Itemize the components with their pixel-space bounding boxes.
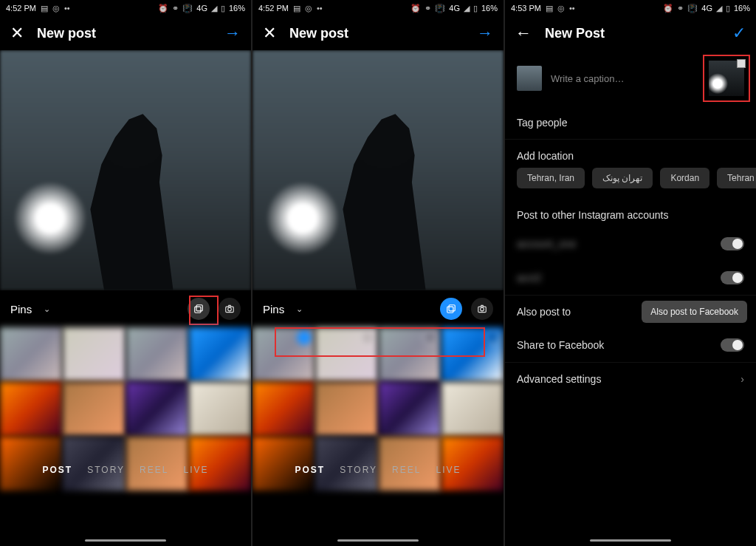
gallery-tile[interactable] <box>379 327 441 381</box>
gallery-tile[interactable] <box>441 382 504 436</box>
link-icon: ⚭ <box>677 4 684 13</box>
tab-story[interactable]: STORY <box>340 465 377 475</box>
multi-select-button[interactable] <box>440 298 462 320</box>
add-location-row[interactable]: Add location <box>505 140 756 168</box>
camera-button[interactable] <box>471 298 493 320</box>
tab-live[interactable]: LIVE <box>436 465 461 475</box>
account-toggle[interactable] <box>721 271 744 284</box>
share-to-facebook-row[interactable]: Share to Facebook <box>505 328 756 362</box>
selection-indicator <box>360 330 375 345</box>
signal-icon: ◢ <box>211 4 217 13</box>
location-chip[interactable]: تهران پونک <box>592 168 653 188</box>
chevron-down-icon[interactable]: ⌄ <box>296 304 303 314</box>
tab-post[interactable]: POST <box>43 465 73 475</box>
home-indicator[interactable] <box>337 539 419 542</box>
vibrate-icon: 📳 <box>435 4 445 13</box>
gallery-tile[interactable] <box>441 327 504 381</box>
selection-indicator <box>486 330 501 345</box>
chevron-down-icon[interactable]: ⌄ <box>44 304 50 314</box>
camera-button[interactable] <box>219 298 241 320</box>
network-type: 4G <box>449 4 460 13</box>
next-arrow-icon[interactable]: → <box>477 24 493 43</box>
post-preview-thumb[interactable] <box>709 61 744 96</box>
multi-photo-icon <box>737 59 746 68</box>
link-icon: ⚭ <box>172 4 179 13</box>
selected-photo-preview[interactable] <box>0 50 251 290</box>
gallery-tile[interactable] <box>63 437 125 491</box>
tab-reel[interactable]: REEL <box>140 465 168 475</box>
post-other-accounts-title: Post to other Instagram accounts <box>505 197 756 227</box>
multi-select-button[interactable] <box>188 298 210 320</box>
gallery-grid: POST STORY REEL LIVE <box>252 327 504 490</box>
gallery-tile[interactable] <box>63 327 125 381</box>
signal-icon: ◢ <box>716 4 722 13</box>
tab-live[interactable]: LIVE <box>183 465 208 475</box>
gallery-tile[interactable] <box>379 437 441 491</box>
camera-icon <box>224 304 235 314</box>
home-indicator[interactable] <box>590 539 671 542</box>
gallery-tile[interactable] <box>0 437 62 491</box>
also-post-to-label: Also post to <box>517 306 571 318</box>
location-chip[interactable]: Tehran Province <box>717 168 756 188</box>
gallery-tile[interactable] <box>126 327 188 381</box>
location-chip[interactable]: Kordan <box>660 168 709 188</box>
svg-rect-0 <box>196 305 202 311</box>
gallery-tile[interactable] <box>126 382 188 436</box>
account-name: account_one <box>517 238 576 250</box>
location-chip[interactable]: Tehran, Iran <box>517 168 585 188</box>
close-icon[interactable]: ✕ <box>263 24 276 43</box>
gallery-tile[interactable] <box>315 327 377 381</box>
tab-story[interactable]: STORY <box>87 465 125 475</box>
instagram-icon: ◎ <box>305 4 312 13</box>
screen-2-multi-select-active: 4:52 PM ▤ ◎ •• ⏰ ⚭ 📳 4G ◢ ▯ 16% ✕ New po… <box>252 0 504 546</box>
stack-icon <box>446 304 456 314</box>
stack-icon <box>193 304 204 314</box>
status-time: 4:53 PM <box>511 4 541 13</box>
svg-point-7 <box>481 307 484 311</box>
gallery-tile[interactable] <box>0 327 62 381</box>
caption-input[interactable]: Write a caption… <box>551 73 700 84</box>
gallery-tile[interactable] <box>379 382 441 436</box>
gallery-tile[interactable] <box>252 382 315 436</box>
tab-post[interactable]: POST <box>295 465 326 475</box>
account-toggle[interactable] <box>721 237 744 250</box>
gallery-tile[interactable] <box>189 437 251 491</box>
gallery-tile[interactable] <box>315 437 377 491</box>
next-arrow-icon[interactable]: → <box>224 24 241 43</box>
network-type: 4G <box>701 4 712 13</box>
camera-icon <box>477 304 487 314</box>
alarm-icon: ⏰ <box>410 4 421 13</box>
chevron-right-icon: › <box>740 373 744 385</box>
gallery-tile[interactable] <box>189 327 251 381</box>
more-icon: •• <box>569 4 575 13</box>
tab-reel[interactable]: REEL <box>392 465 421 475</box>
gallery-tile[interactable] <box>0 382 62 436</box>
confirm-check-icon[interactable]: ✓ <box>732 24 746 43</box>
page-title: New post <box>289 26 348 41</box>
other-account-row[interactable]: account_one <box>505 227 756 261</box>
advanced-settings-label: Advanced settings <box>517 373 601 385</box>
battery-icon: ▯ <box>473 4 478 13</box>
gallery-tile[interactable] <box>189 382 251 436</box>
gallery-tile[interactable] <box>252 437 315 491</box>
selected-photo-preview[interactable] <box>252 50 504 290</box>
source-label[interactable]: Pins <box>10 303 32 315</box>
tag-people-row[interactable]: Tag people <box>505 106 756 140</box>
gallery-tile[interactable] <box>252 327 315 381</box>
advanced-settings-row[interactable]: Advanced settings › <box>505 362 756 395</box>
svg-rect-5 <box>447 307 453 313</box>
gallery-tile[interactable] <box>441 437 504 491</box>
home-indicator[interactable] <box>85 539 166 542</box>
source-label[interactable]: Pins <box>263 303 284 315</box>
vibrate-icon: 📳 <box>182 4 193 13</box>
gallery-tile[interactable] <box>315 382 377 436</box>
gallery-tile[interactable] <box>63 382 125 436</box>
close-icon[interactable]: ✕ <box>10 24 24 43</box>
gallery-tile[interactable] <box>126 437 188 491</box>
battery-percent: 16% <box>734 4 750 13</box>
facebook-toggle[interactable] <box>721 338 744 352</box>
back-arrow-icon[interactable]: ← <box>515 24 532 43</box>
other-account-row[interactable]: acct2 <box>505 261 756 295</box>
status-bar: 4:52 PM ▤ ◎ •• ⏰ ⚭ 📳 4G ◢ ▯ 16% <box>0 0 251 16</box>
notification-icon: ▤ <box>546 4 553 13</box>
